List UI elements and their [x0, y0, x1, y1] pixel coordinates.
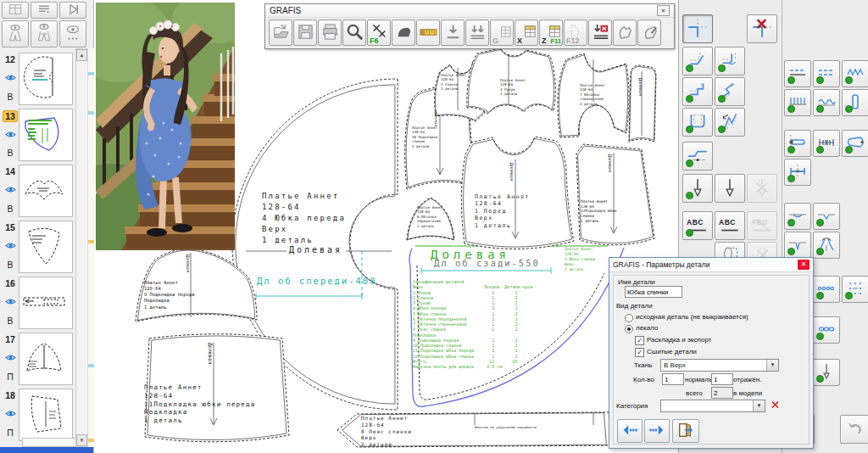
chain-button[interactable] — [813, 316, 840, 344]
grafis-tool-button[interactable] — [293, 20, 317, 46]
line-dd-button[interactable] — [813, 60, 840, 87]
sidebar-tool-button[interactable] — [59, 2, 86, 19]
ticks-button[interactable] — [784, 89, 811, 116]
scroll-down-icon[interactable]: ▼ — [76, 434, 87, 446]
ibeam-button[interactable] — [784, 159, 811, 186]
bh-slot-button[interactable] — [784, 130, 811, 157]
arrow-plain-button[interactable] — [813, 359, 840, 386]
notch-deep-button[interactable] — [784, 232, 811, 259]
grafis-tool-button[interactable]: G — [490, 20, 514, 46]
fabric-select[interactable]: В Верх ▼ — [660, 359, 779, 372]
grafis-tool-button[interactable] — [342, 20, 366, 46]
grafis-tool-button[interactable] — [269, 20, 292, 46]
corner-step-button[interactable] — [682, 77, 713, 106]
abc-line-button[interactable]: ABC — [715, 211, 745, 240]
bh-stitch-button[interactable] — [813, 130, 840, 157]
chevron-down-icon[interactable]: ▼ — [753, 400, 765, 411]
wave-button[interactable] — [813, 89, 840, 116]
grafis-tool-button[interactable]: X — [515, 20, 538, 46]
piece-thumbnail[interactable] — [19, 165, 73, 217]
corner-u-button[interactable] — [682, 108, 713, 137]
corner-bend-button[interactable] — [682, 47, 713, 76]
exit-dialog-button[interactable] — [672, 419, 699, 443]
abc-line-button[interactable]: ABC — [682, 211, 713, 240]
previous-piece-button[interactable] — [617, 419, 643, 443]
quantity-mirror-input[interactable] — [711, 373, 733, 385]
piece-thumbnail[interactable] — [19, 333, 73, 385]
corner-swing-button[interactable] — [715, 108, 745, 137]
visibility-eye-icon[interactable] — [4, 182, 17, 198]
sidebar-tool-button[interactable] — [2, 2, 29, 19]
line-soliddash-button[interactable] — [784, 60, 811, 87]
sidebar-tool-button[interactable] — [31, 20, 58, 48]
visibility-eye-icon[interactable] — [4, 70, 17, 86]
quantity-normal-input[interactable] — [662, 373, 684, 385]
sidebar-tool-button[interactable] — [59, 20, 86, 48]
grafis-toolbar-titlebar[interactable]: GRAFIS ✕ — [265, 4, 674, 18]
dialog-titlebar[interactable]: GRAFIS - Параметры детали ✕ — [609, 258, 813, 272]
grafis-tool-button[interactable] — [416, 20, 440, 46]
next-piece-button[interactable] — [644, 419, 670, 443]
grafis-tool-button[interactable] — [613, 20, 637, 46]
piece-thumbnail[interactable] — [19, 221, 73, 273]
grafis-tool-button[interactable]: F12 — [564, 20, 587, 46]
chevron-down-icon[interactable]: ▼ — [766, 360, 778, 371]
close-icon[interactable]: ✕ — [798, 260, 810, 270]
grafis-tool-button[interactable]: F6 — [367, 20, 391, 46]
piece-thumbnail[interactable] — [19, 53, 73, 105]
piece-thumbnail[interactable] — [19, 109, 73, 161]
slot-button[interactable] — [842, 89, 868, 116]
notch-soft-button[interactable] — [784, 203, 811, 230]
undo-button[interactable] — [840, 415, 868, 444]
radio-pattern[interactable] — [625, 325, 633, 333]
arrow-x-button[interactable] — [747, 174, 777, 203]
checkbox-sewn-pieces[interactable]: ✓ — [635, 348, 644, 357]
sidebar-scrollbar[interactable]: ▲ ▼ — [75, 48, 88, 447]
visibility-eye-icon[interactable] — [4, 127, 17, 143]
step-line-button[interactable] — [682, 142, 713, 171]
arrow-down-button[interactable] — [682, 174, 713, 203]
dots-grid-button[interactable] — [842, 276, 868, 303]
pattern-piece-item[interactable]: 12 В — [2, 53, 76, 103]
corner-peak-button[interactable] — [715, 77, 745, 106]
checkbox-layout-export[interactable]: ✓ — [635, 336, 644, 345]
abc-strike-button[interactable]: ABC — [747, 211, 777, 240]
category-select[interactable]: ▼ — [660, 400, 765, 412]
grafis-tool-button[interactable] — [637, 20, 661, 46]
corner-del-button[interactable] — [747, 14, 777, 43]
notch-v-button[interactable] — [813, 203, 840, 230]
dots-row-button[interactable] — [813, 276, 840, 303]
sidebar-tool-button[interactable] — [31, 2, 58, 19]
visibility-eye-icon[interactable] — [4, 406, 17, 422]
scroll-up-icon[interactable]: ▲ — [76, 49, 87, 61]
dart-spread-button[interactable] — [813, 232, 840, 259]
piece-name-input[interactable] — [625, 286, 682, 298]
bh-key-button[interactable] — [842, 130, 868, 157]
sidebar-tool-button[interactable] — [2, 20, 29, 48]
grafis-tool-button[interactable]: Z F11 — [539, 20, 563, 46]
grafis-tool-button[interactable] — [588, 20, 612, 46]
grafis-tool-button[interactable] — [318, 20, 342, 46]
grafis-tool-button[interactable] — [465, 20, 489, 46]
corner-hook-button[interactable] — [715, 47, 745, 76]
pattern-piece-item[interactable]: 13 В — [2, 109, 76, 159]
grafis-tool-button[interactable] — [392, 20, 415, 46]
grafis-tool-button[interactable] — [441, 20, 465, 46]
pattern-piece-item[interactable]: 14 В — [2, 165, 76, 215]
radio-source-piece[interactable] — [625, 314, 633, 322]
visibility-eye-icon[interactable] — [4, 294, 17, 310]
play-icon — [64, 2, 81, 20]
arrow-down-button[interactable] — [715, 174, 745, 203]
corner-base-button[interactable] — [682, 14, 713, 43]
category-clear-button[interactable] — [769, 400, 782, 411]
zigzag-button[interactable] — [842, 60, 868, 87]
pattern-piece-item[interactable]: 18 П — [2, 389, 76, 439]
pattern-piece-item[interactable]: 16 В — [2, 277, 76, 327]
piece-thumbnail[interactable] — [19, 389, 73, 441]
visibility-eye-icon[interactable] — [4, 350, 17, 366]
visibility-eye-icon[interactable] — [4, 238, 17, 254]
pattern-piece-item[interactable]: 17 П — [2, 333, 76, 383]
close-icon[interactable]: ✕ — [657, 5, 670, 16]
pattern-piece-item[interactable]: 15 В — [2, 221, 76, 271]
piece-thumbnail[interactable] — [19, 277, 73, 329]
